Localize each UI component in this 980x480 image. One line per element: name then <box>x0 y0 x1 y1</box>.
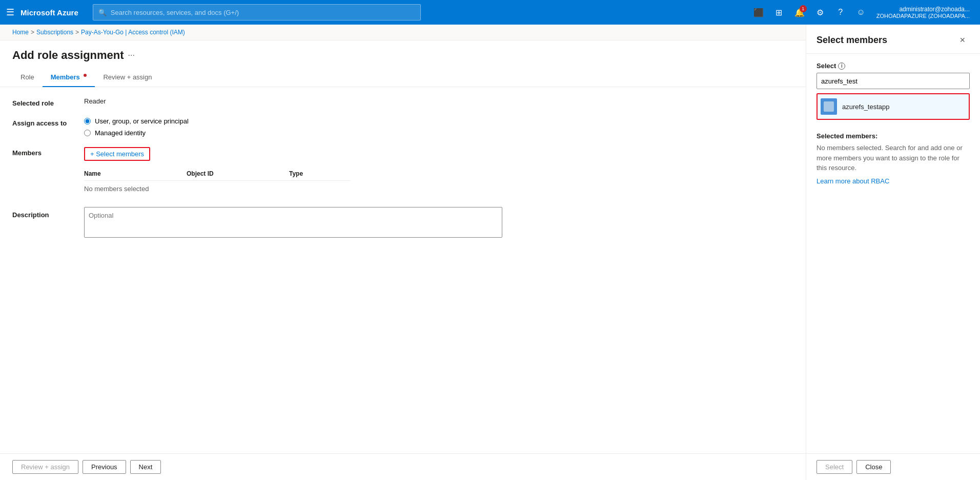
footer-bar: Review + assign Previous Next <box>0 453 806 480</box>
members-table: Name Object ID Type No members selected <box>84 167 351 197</box>
breadcrumb-iam[interactable]: Pay-As-You-Go | Access control (IAM) <box>81 29 185 36</box>
search-placeholder: Search resources, services, and docs (G+… <box>111 9 239 16</box>
members-label: Members <box>12 147 84 157</box>
right-panel: Select members ✕ Select i azurefs_testap… <box>806 25 980 480</box>
radio-managed[interactable] <box>84 130 91 136</box>
selected-members-desc: No members selected. Search for and add … <box>816 143 970 173</box>
no-members-text: No members selected <box>84 185 149 193</box>
panel-select-button[interactable]: Select <box>816 460 852 474</box>
review-assign-button[interactable]: Review + assign <box>12 460 78 474</box>
account-tenant: ZOHOADAPAZURE (ZOHOADAPA... <box>876 13 970 19</box>
tab-review[interactable]: Review + assign <box>95 68 160 87</box>
right-panel-footer: Select Close <box>806 453 980 480</box>
right-panel-title: Select members <box>816 35 887 46</box>
members-table-header: Name Object ID Type <box>84 167 351 181</box>
portal-icon[interactable]: ⊞ <box>770 3 788 22</box>
topbar: ☰ Microsoft Azure 🔍 Search resources, se… <box>0 0 980 25</box>
global-search[interactable]: 🔍 Search resources, services, and docs (… <box>93 4 421 20</box>
right-panel-body: Select i azurefs_testapp Selected member… <box>806 54 980 453</box>
close-panel-button[interactable]: ✕ <box>955 33 970 47</box>
panel-close-button[interactable]: Close <box>856 460 891 474</box>
next-button[interactable]: Next <box>130 460 161 474</box>
search-icon: 🔍 <box>98 9 107 16</box>
selected-role-row: Selected role Reader <box>12 97 793 107</box>
notification-icon[interactable]: 🔔 1 <box>790 3 809 22</box>
assign-access-options: User, group, or service principal Manage… <box>84 117 189 137</box>
selected-members-section: Selected members: No members selected. S… <box>816 132 970 185</box>
page-header: Add role assignment ··· <box>0 40 806 62</box>
selected-role-value: Reader <box>84 97 106 105</box>
result-avatar-icon <box>824 101 834 112</box>
breadcrumb-subscriptions[interactable]: Subscriptions <box>36 29 73 36</box>
feedback-icon[interactable]: ☺ <box>852 3 870 22</box>
learn-more-link[interactable]: Learn more about RBAC <box>816 177 970 185</box>
select-members-button[interactable]: + Select members <box>84 147 150 161</box>
account-menu[interactable]: administrator@zohoada... ZOHOADAPAZURE (… <box>872 6 974 19</box>
more-options-icon[interactable]: ··· <box>128 51 135 60</box>
breadcrumb-sep2: > <box>75 29 79 36</box>
breadcrumb: Home > Subscriptions > Pay-As-You-Go | A… <box>0 25 806 40</box>
radio-user[interactable] <box>84 118 91 124</box>
radio-option-managed[interactable]: Managed identity <box>84 129 189 137</box>
content-panel: Home > Subscriptions > Pay-As-You-Go | A… <box>0 25 806 480</box>
member-search-input[interactable] <box>816 73 970 89</box>
account-name: administrator@zohoada... <box>899 6 970 13</box>
result-avatar <box>821 98 837 115</box>
selected-members-title: Selected members: <box>816 132 970 140</box>
radio-managed-label: Managed identity <box>95 129 146 137</box>
settings-icon[interactable]: ⚙ <box>811 3 829 22</box>
members-row: Members + Select members Name Object ID … <box>12 147 793 197</box>
assign-access-row: Assign access to User, group, or service… <box>12 117 793 137</box>
col-header-name: Name <box>84 170 187 177</box>
cloud-shell-icon[interactable]: ⬛ <box>749 3 768 22</box>
description-row: Description <box>12 207 793 238</box>
breadcrumb-sep1: > <box>31 29 34 36</box>
topbar-icons: ⬛ ⊞ 🔔 1 ⚙ ? ☺ administrator@zohoada... Z… <box>749 3 974 22</box>
members-section: + Select members Name Object ID Type No … <box>84 147 351 197</box>
form-content: Selected role Reader Assign access to Us… <box>0 87 806 453</box>
page-title: Add role assignment <box>12 49 124 62</box>
tabs: Role Members Review + assign <box>0 68 806 87</box>
search-result-item[interactable]: azurefs_testapp <box>816 93 970 120</box>
members-dot <box>84 74 87 77</box>
tab-members[interactable]: Members <box>43 68 95 87</box>
select-info-icon[interactable]: i <box>838 62 845 70</box>
select-members-btn-label: + Select members <box>90 150 144 158</box>
radio-option-user[interactable]: User, group, or service principal <box>84 117 189 125</box>
previous-button[interactable]: Previous <box>83 460 126 474</box>
select-field-label: Select i <box>816 62 970 70</box>
col-header-objid: Object ID <box>187 170 289 177</box>
breadcrumb-home[interactable]: Home <box>12 29 29 36</box>
help-icon[interactable]: ? <box>831 3 850 22</box>
result-item-name: azurefs_testapp <box>842 103 890 111</box>
hamburger-icon[interactable]: ☰ <box>6 7 14 18</box>
assign-access-label: Assign access to <box>12 117 84 127</box>
col-header-type: Type <box>289 170 351 177</box>
members-table-body: No members selected <box>84 181 351 197</box>
description-label: Description <box>12 207 84 219</box>
main-area: Home > Subscriptions > Pay-As-You-Go | A… <box>0 25 980 480</box>
notification-badge: 1 <box>800 5 807 12</box>
description-input[interactable] <box>84 207 502 238</box>
right-panel-header: Select members ✕ <box>806 25 980 54</box>
azure-logo: Microsoft Azure <box>21 8 78 17</box>
tab-role[interactable]: Role <box>12 68 43 87</box>
radio-user-label: User, group, or service principal <box>95 117 189 125</box>
selected-role-label: Selected role <box>12 97 84 107</box>
